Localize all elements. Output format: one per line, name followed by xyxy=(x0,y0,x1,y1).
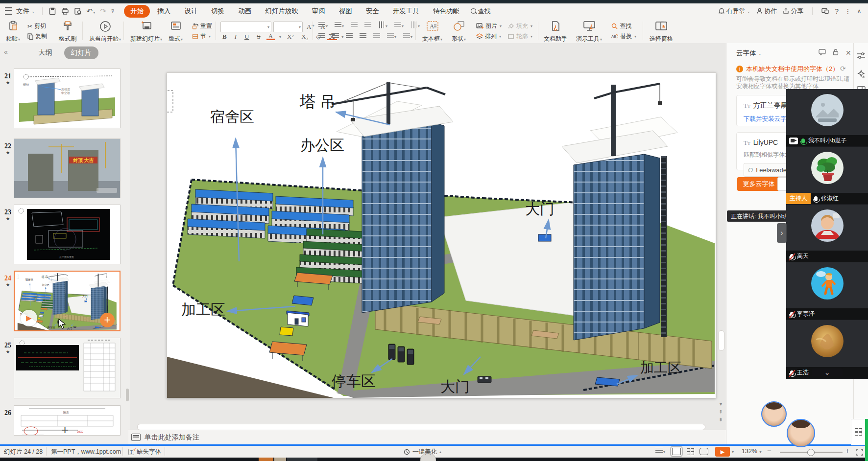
zoom-level[interactable]: 132% ▾ xyxy=(742,448,761,455)
new-slide-overlay-button[interactable]: + xyxy=(100,313,115,327)
zoom-out-button[interactable]: − xyxy=(767,446,772,455)
notes-bar[interactable]: 单击此处添加备注 xyxy=(128,430,726,444)
slideshow-play-button[interactable]: ▶ xyxy=(715,447,730,457)
slide-label-office-area[interactable]: 办公区 xyxy=(300,137,344,154)
justify-button[interactable] xyxy=(360,33,366,40)
missing-fonts-status[interactable]: T 缺失字体 xyxy=(128,448,161,456)
bullets-button[interactable]: ▾ xyxy=(318,22,328,29)
participant-tile[interactable]: 我不叫小b崽子 xyxy=(786,89,868,147)
play-options-caret[interactable]: ▾ xyxy=(732,450,734,454)
file-menu[interactable]: 文件 ⌄ xyxy=(12,7,39,16)
slide-label-tower-crane[interactable]: 塔吊 xyxy=(299,92,340,111)
tab-slides[interactable]: 幻灯片 xyxy=(64,46,98,59)
previous-slide-icon[interactable]: ⇞ xyxy=(718,409,724,415)
one-click-beautify-button[interactable]: 一键美化▴ xyxy=(404,448,441,456)
slide-22-thumbnail[interactable]: 封顶 大吉 xyxy=(14,138,121,198)
find-button[interactable]: 查找 xyxy=(471,7,491,16)
settings-sliders-icon[interactable] xyxy=(857,52,866,60)
customize-qat-icon[interactable]: ⊽ xyxy=(111,9,115,14)
present-tools-button[interactable]: 演示工具▾ xyxy=(574,20,604,44)
floating-avatar[interactable] xyxy=(787,419,815,447)
paste-button[interactable]: 粘贴▾ xyxy=(4,20,22,44)
slide-label-parking-area[interactable]: 停车区 xyxy=(331,372,376,390)
notes-toggle-button[interactable]: ▾ xyxy=(655,448,665,455)
text-direction-button[interactable]: ▾ xyxy=(378,22,387,29)
line-spacing-button[interactable]: ▾ xyxy=(387,33,396,40)
undo-icon[interactable]: ↶▾ xyxy=(87,7,96,16)
decrease-indent-button[interactable] xyxy=(351,22,358,29)
spacing-button[interactable]: ▾ xyxy=(403,33,412,40)
floating-avatar[interactable] xyxy=(761,401,787,427)
print-preview-icon[interactable] xyxy=(74,7,82,15)
bold-button[interactable]: B xyxy=(220,33,229,41)
collaborate-button[interactable]: 协作 xyxy=(756,7,777,16)
outline-button[interactable]: 轮廓▾ xyxy=(507,32,532,41)
effects-star-icon[interactable] xyxy=(857,69,866,78)
italic-button[interactable]: I xyxy=(233,33,239,41)
play-from-current-button[interactable]: 从当前开始▾ xyxy=(87,20,123,44)
switch-window-icon[interactable] xyxy=(821,8,829,14)
participant-tile[interactable]: 主持人 张淑红 xyxy=(786,147,868,205)
scroll-down-icon[interactable]: ▾ xyxy=(718,401,724,407)
slide-label-gate-bottom[interactable]: 大门 xyxy=(440,378,470,395)
slide-layout-button[interactable]: 版式▾ xyxy=(167,20,185,44)
increase-indent-button[interactable] xyxy=(364,22,371,29)
lock-icon[interactable] xyxy=(833,49,839,55)
copy-button[interactable]: 复制 xyxy=(27,32,47,41)
numbering-button[interactable]: ▾ xyxy=(335,22,344,29)
find-ribbon-button[interactable]: 查找 xyxy=(611,22,631,30)
tab-security[interactable]: 安全 xyxy=(360,5,386,18)
help-icon[interactable]: ? xyxy=(835,7,839,15)
participant-tile[interactable]: 李宗泽 xyxy=(786,262,868,320)
reading-view-button[interactable] xyxy=(699,448,708,455)
doc-assistant-button[interactable]: 文档助手 xyxy=(542,20,569,44)
textbox-button[interactable]: A 文本框▾ xyxy=(420,20,444,44)
font-color-button[interactable]: A xyxy=(266,33,275,40)
align-right-button[interactable] xyxy=(346,33,353,40)
slide-label-processing-area-right[interactable]: 加工区 xyxy=(640,360,681,376)
slide-24-thumbnail[interactable]: ▶ + xyxy=(14,271,121,331)
font-size-select[interactable]: ▾ xyxy=(273,22,303,32)
vertical-scrollbar-thumb[interactable] xyxy=(718,330,724,351)
fill-button[interactable]: 填充▾ xyxy=(507,22,532,30)
print-icon[interactable] xyxy=(61,7,69,15)
slide-25-thumbnail[interactable] xyxy=(14,338,121,398)
slide-sorter-view-button[interactable] xyxy=(687,448,694,455)
format-painter-button[interactable]: 格式刷 xyxy=(57,20,78,44)
subscript-button[interactable]: X₂ xyxy=(299,33,310,41)
align-center-button[interactable] xyxy=(332,33,339,40)
vertical-scrollbar[interactable]: ▾ ⇞ ⇟ xyxy=(718,43,724,429)
tab-outline[interactable]: 大纲 xyxy=(32,46,59,59)
expand-panel-handle[interactable]: › xyxy=(777,223,787,243)
picture-button[interactable]: 图片▾ xyxy=(476,22,502,30)
collapse-participants-icon[interactable]: ⌄ xyxy=(812,369,843,376)
tab-view[interactable]: 视图 xyxy=(333,5,359,18)
abnormal-status-button[interactable]: 有异常⌄ xyxy=(718,7,751,16)
collapse-ribbon-icon[interactable]: ∧ xyxy=(857,8,861,14)
share-button[interactable]: 分享 xyxy=(783,7,803,16)
tab-transitions[interactable]: 切换 xyxy=(205,5,231,18)
distribute-button[interactable] xyxy=(373,33,380,40)
more-cloud-fonts-button[interactable]: 更多云字体 xyxy=(737,177,780,191)
slide-label-dorm-area[interactable]: 宿舍区 xyxy=(210,108,254,125)
next-slide-icon[interactable]: ⇟ xyxy=(718,417,724,422)
tab-devtools[interactable]: 开发工具 xyxy=(386,5,426,18)
tab-animations[interactable]: 动画 xyxy=(232,5,258,18)
align-left-button[interactable] xyxy=(318,33,325,40)
reset-button[interactable]: 重置 xyxy=(192,22,212,30)
redo-icon[interactable]: ↷ xyxy=(100,7,106,16)
pane-title[interactable]: 云字体 ⌄ xyxy=(736,49,762,58)
font-name-select[interactable]: ▾ xyxy=(220,22,271,32)
tab-design[interactable]: 设计 xyxy=(178,5,204,18)
selection-pane-button[interactable]: 选择窗格 xyxy=(648,20,675,44)
slide-label-processing-area-left[interactable]: 加工区 xyxy=(181,301,225,318)
play-slide-overlay-button[interactable]: ▶ xyxy=(21,310,37,326)
current-slide[interactable]: 宿舍区 塔吊 办公区 加工区 大门 停车区 大门 加工区 xyxy=(167,72,716,398)
collapse-panel-icon[interactable]: « xyxy=(4,48,8,56)
horizontal-scrollbar[interactable] xyxy=(137,423,706,430)
section-button[interactable]: 节▾ xyxy=(192,32,211,41)
fit-slide-icon[interactable] xyxy=(856,449,863,456)
refresh-icon[interactable]: ⟳ xyxy=(840,65,846,72)
superscript-button[interactable]: X² xyxy=(285,33,295,41)
arrange-button[interactable]: 排列▾ xyxy=(476,32,501,41)
